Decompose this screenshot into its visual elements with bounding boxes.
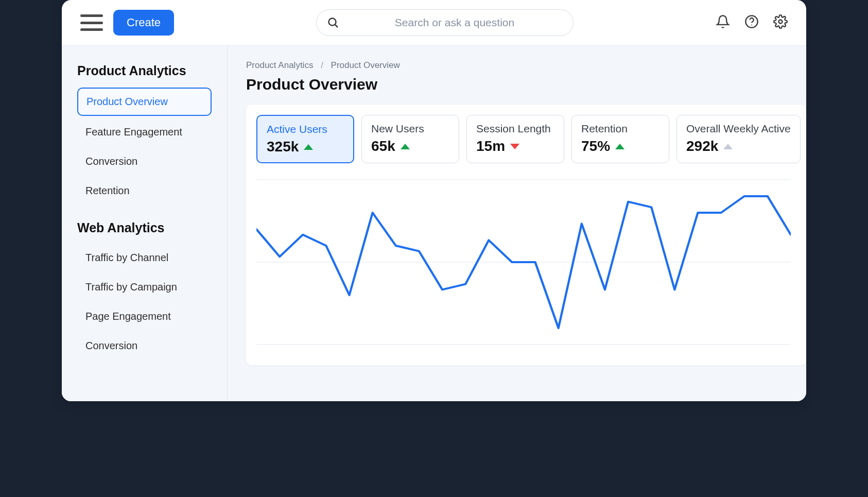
metric-label: Overall Weekly Active: [686, 123, 791, 135]
search-container: [184, 9, 705, 36]
breadcrumb: Product Analytics / Product Overview: [246, 60, 806, 71]
sidebar-item-retention[interactable]: Retention: [77, 178, 212, 204]
metric-label: Active Users: [267, 123, 344, 135]
metrics-row: Active Users 325k New Users 65k: [256, 115, 806, 163]
trend-flat-icon: [723, 144, 733, 149]
search-input[interactable]: [346, 16, 563, 29]
trend-up-icon: [615, 144, 624, 149]
svg-point-0: [329, 19, 336, 26]
metric-card-session-length[interactable]: Session Length 15m: [466, 115, 564, 163]
breadcrumb-root[interactable]: Product Analytics: [246, 60, 313, 70]
metric-value: 292k: [686, 138, 718, 155]
metric-value: 75%: [581, 138, 610, 155]
sidebar-item-product-overview[interactable]: Product Overview: [77, 88, 212, 116]
main-content: Product Analytics / Product Overview Pro…: [228, 46, 806, 401]
trend-up-icon: [304, 144, 313, 150]
metric-value: 325k: [267, 139, 299, 155]
svg-point-4: [779, 20, 783, 24]
app-window: Create Product Analytics Product Overvie…: [62, 0, 806, 401]
sidebar-item-conversion[interactable]: Conversion: [77, 148, 212, 175]
metric-card-overall-weekly[interactable]: Overall Weekly Active 292k: [676, 115, 801, 163]
create-button[interactable]: Create: [113, 10, 174, 36]
metric-value: 15m: [476, 138, 505, 155]
metric-card-active-users[interactable]: Active Users 325k: [256, 115, 354, 163]
metric-card-retention[interactable]: Retention 75%: [571, 115, 669, 163]
app-body: Product Analytics Product Overview Featu…: [62, 46, 806, 401]
breadcrumb-separator: /: [321, 60, 323, 70]
metric-card-new-users[interactable]: New Users 65k: [361, 115, 459, 163]
search-bar[interactable]: [316, 9, 574, 36]
trend-up-icon: [401, 144, 410, 149]
sidebar-item-feature-engagement[interactable]: Feature Engagement: [77, 119, 212, 145]
gear-icon[interactable]: [773, 14, 788, 31]
sidebar-item-traffic-campaign[interactable]: Traffic by Campaign: [77, 274, 212, 300]
metric-label: New Users: [371, 123, 449, 135]
help-icon[interactable]: [744, 14, 759, 31]
search-icon: [327, 16, 339, 29]
sidebar-group-title: Product Analytics: [77, 63, 212, 78]
page-title: Product Overview: [246, 76, 806, 93]
app-header: Create: [62, 0, 806, 46]
sidebar-item-traffic-channel[interactable]: Traffic by Channel: [77, 245, 212, 271]
metric-label: Retention: [581, 123, 659, 135]
sidebar-item-web-conversion[interactable]: Conversion: [77, 333, 212, 359]
trend-down-icon: [510, 144, 519, 149]
svg-line-1: [335, 25, 338, 27]
sidebar-item-page-engagement[interactable]: Page Engagement: [77, 303, 212, 330]
overview-panel: Active Users 325k New Users 65k: [246, 105, 806, 365]
line-chart: [256, 175, 791, 350]
chart-area: [256, 175, 806, 350]
sidebar: Product Analytics Product Overview Featu…: [62, 46, 228, 401]
metric-label: Session Length: [476, 123, 554, 135]
header-actions: [716, 14, 788, 31]
bell-icon[interactable]: [716, 14, 730, 31]
sidebar-group-title: Web Analytics: [77, 220, 212, 235]
breadcrumb-current: Product Overview: [331, 60, 400, 70]
menu-icon[interactable]: [80, 14, 103, 31]
svg-point-3: [751, 24, 752, 25]
metric-value: 65k: [371, 138, 395, 155]
